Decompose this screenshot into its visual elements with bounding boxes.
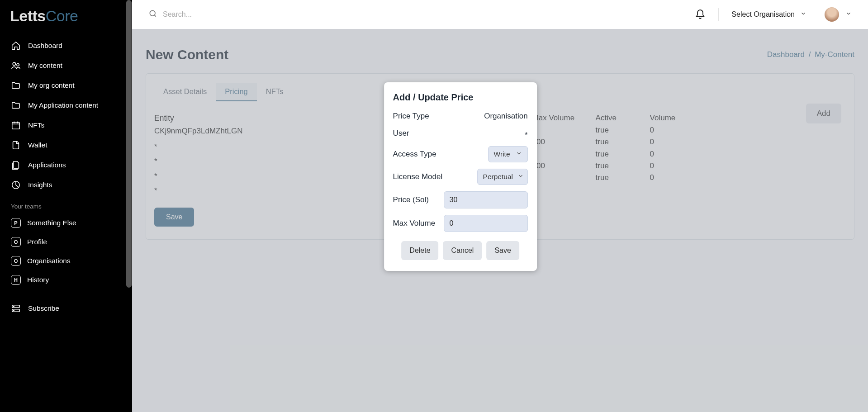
breadcrumb-separator: /	[809, 50, 811, 59]
access-type-value: Write	[494, 150, 510, 158]
team-badge: O	[11, 256, 21, 266]
access-type-label: Access Type	[393, 150, 436, 159]
sidebar-scrollbar[interactable]	[126, 0, 132, 412]
team-item-something[interactable]: P Something Else	[0, 213, 126, 232]
team-label-text: Something Else	[27, 219, 76, 227]
page-title: New Content	[146, 47, 228, 62]
user-label: User	[393, 129, 409, 138]
max-volume-input[interactable]	[444, 215, 528, 232]
entity-label: Entity	[154, 114, 243, 123]
users-icon	[11, 61, 21, 71]
cancel-button[interactable]: Cancel	[443, 241, 482, 260]
teams-heading: Your teams	[0, 195, 126, 213]
team-label-text: History	[27, 276, 49, 284]
sidebar-item-my-content[interactable]: My content	[0, 56, 126, 76]
org-selector[interactable]: Select Organisation	[731, 10, 806, 19]
team-item-history[interactable]: H History	[0, 270, 126, 289]
logo-part-a: Letts	[10, 7, 46, 24]
sidebar-item-label: My Application content	[28, 101, 98, 109]
svg-rect-2	[12, 123, 20, 129]
main: Select Organisation New Content Dashboar…	[132, 0, 868, 412]
sidebar-item-wallet[interactable]: Wallet	[0, 135, 126, 155]
col-active: Active	[596, 114, 650, 123]
notifications-button[interactable]	[695, 9, 706, 20]
user-value: *	[525, 127, 528, 140]
folder-icon	[11, 100, 21, 110]
team-item-organisations[interactable]: O Organisations	[0, 251, 126, 270]
topbar: Select Organisation	[132, 0, 868, 29]
chart-icon	[11, 180, 21, 190]
breadcrumb: Dashboard / My-Content	[767, 50, 854, 59]
add-button[interactable]: Add	[806, 104, 841, 123]
documents-icon	[11, 160, 21, 170]
avatar[interactable]	[825, 7, 839, 22]
price-type-value: Organisation	[484, 112, 527, 121]
price-input[interactable]	[444, 191, 528, 208]
entity-star: *	[154, 185, 243, 197]
folder-icon	[11, 81, 21, 90]
search-box	[148, 9, 344, 20]
delete-button[interactable]: Delete	[401, 241, 438, 260]
bell-icon	[695, 14, 706, 21]
max-volume-label: Max Volume	[393, 219, 436, 228]
sidebar-item-applications[interactable]: Applications	[0, 155, 126, 175]
entity-column: Entity CKj9nmQFp3LdMZhtLGN * * * * Save	[154, 114, 243, 227]
search-input[interactable]	[163, 10, 344, 19]
tab-nfts[interactable]: NFTs	[257, 83, 293, 101]
sidebar-item-label: My org content	[28, 81, 75, 90]
breadcrumb-dashboard[interactable]: Dashboard	[767, 50, 805, 59]
team-badge: O	[11, 237, 21, 247]
chevron-down-icon	[516, 150, 522, 158]
app-logo: LettsCore	[0, 0, 126, 36]
sidebar-item-label: Dashboard	[28, 42, 62, 50]
org-label: Select Organisation	[731, 10, 795, 19]
chevron-down-icon	[800, 10, 806, 19]
home-icon	[11, 41, 21, 51]
sidebar-item-label: Insights	[28, 181, 52, 189]
sidebar-item-label: My content	[28, 62, 62, 70]
sidebar: LettsCore Dashboard My content My org co…	[0, 0, 126, 412]
sidebar-item-org-content[interactable]: My org content	[0, 76, 126, 95]
col-volume: Volume	[650, 114, 700, 123]
entity-star: *	[154, 156, 243, 167]
col-max-volume: Max Volume	[532, 114, 596, 123]
team-badge: P	[11, 218, 21, 228]
chevron-down-icon	[517, 173, 524, 181]
modal-save-button[interactable]: Save	[486, 241, 519, 260]
tab-asset-details[interactable]: Asset Details	[154, 83, 216, 101]
entity-star: *	[154, 170, 243, 182]
team-item-profile[interactable]: O Profile	[0, 232, 126, 251]
team-label-text: Organisations	[27, 257, 71, 265]
user-menu-chevron[interactable]	[845, 10, 852, 19]
license-model-value: Perpetual	[483, 173, 513, 181]
sidebar-item-nfts[interactable]: NFTs	[0, 115, 126, 135]
nav: Dashboard My content My org content My A…	[0, 36, 126, 195]
svg-point-8	[150, 10, 155, 16]
svg-point-7	[14, 310, 14, 311]
sidebar-item-dashboard[interactable]: Dashboard	[0, 36, 126, 56]
svg-point-0	[13, 62, 15, 65]
calendar-icon	[11, 120, 21, 130]
entity-star: *	[154, 141, 243, 153]
svg-point-6	[14, 306, 14, 307]
entity-value: CKj9nmQFp3LdMZhtLGN	[154, 127, 243, 136]
sidebar-item-label: Applications	[28, 161, 66, 169]
license-model-select[interactable]: Perpetual	[477, 169, 528, 185]
stack-icon	[11, 303, 21, 313]
access-type-select[interactable]: Write	[488, 146, 528, 162]
sidebar-item-insights[interactable]: Insights	[0, 175, 126, 195]
team-label-text: Profile	[27, 238, 47, 246]
price-label: Price (Sol)	[393, 195, 429, 204]
price-type-label: Price Type	[393, 112, 429, 121]
breadcrumb-my-content[interactable]: My-Content	[815, 50, 854, 59]
sidebar-item-app-content[interactable]: My Application content	[0, 95, 126, 115]
document-icon	[11, 140, 21, 150]
license-model-label: License Model	[393, 172, 443, 181]
tab-pricing[interactable]: Pricing	[216, 83, 256, 101]
divider	[718, 8, 719, 21]
logo-part-b: Core	[46, 7, 78, 24]
modal-title: Add / Update Price	[393, 92, 528, 103]
save-button[interactable]: Save	[154, 208, 194, 227]
sidebar-item-subscribe[interactable]: Subscribe	[0, 298, 126, 318]
sidebar-item-label: Wallet	[28, 141, 47, 149]
